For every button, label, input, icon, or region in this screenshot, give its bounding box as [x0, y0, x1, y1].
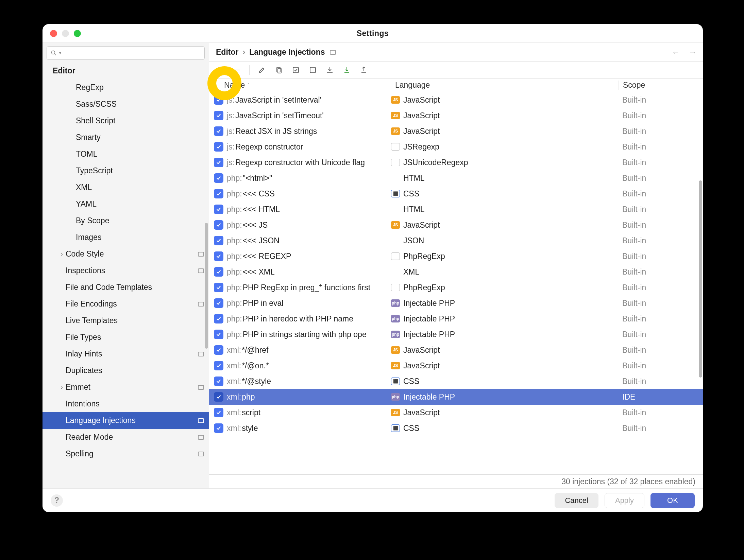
remove-button[interactable] — [232, 65, 242, 75]
column-scope-header[interactable]: Scope — [619, 81, 703, 90]
settings-tree[interactable]: Editor RegExpSass/SCSSShell ScriptSmarty… — [43, 63, 209, 488]
zoom-window-button[interactable] — [74, 30, 81, 37]
tree-item[interactable]: Inspections — [43, 262, 209, 279]
table-scrollbar[interactable] — [699, 180, 702, 378]
row-checkbox[interactable] — [214, 236, 223, 245]
table-row[interactable]: php: <<< XML</>XMLBuilt-in — [209, 264, 703, 280]
table-row[interactable]: php: PHP in heredoc with PHP namephpInje… — [209, 311, 703, 327]
enable-button[interactable] — [290, 65, 301, 75]
tree-item[interactable]: ›Emmet — [43, 379, 209, 396]
breadcrumb-root[interactable]: Editor — [216, 48, 238, 57]
nav-forward-button[interactable]: → — [689, 48, 697, 57]
tree-item[interactable]: Images — [43, 229, 209, 246]
table-row[interactable]: js: Regexp constructor with Unicode flag… — [209, 155, 703, 170]
tree-item[interactable]: Language Injections — [43, 412, 209, 429]
row-checkbox[interactable] — [214, 283, 223, 292]
export-button[interactable] — [358, 65, 369, 75]
table-row[interactable]: xml: */@on.*JSJavaScriptBuilt-in — [209, 358, 703, 373]
ok-button[interactable]: OK — [650, 493, 695, 508]
tree-item[interactable]: Live Templates — [43, 312, 209, 329]
table-row[interactable]: php: PHP RegExp in preg_* functions firs… — [209, 280, 703, 295]
tree-item[interactable]: Spelling — [43, 445, 209, 462]
row-checkbox[interactable] — [214, 173, 223, 183]
row-checkbox[interactable] — [214, 142, 223, 152]
table-row[interactable]: php: "<html>"<>HTMLBuilt-in — [209, 170, 703, 186]
disable-button[interactable] — [307, 65, 318, 75]
tree-section-editor[interactable]: Editor — [43, 63, 209, 79]
tree-item[interactable]: Sass/SCSS — [43, 96, 209, 112]
row-prefix: php: — [227, 189, 242, 198]
add-button[interactable] — [215, 65, 225, 75]
window-title: Settings — [43, 29, 703, 38]
table-row[interactable]: xml: scriptJSJavaScriptBuilt-in — [209, 405, 703, 420]
edit-button[interactable] — [256, 65, 267, 75]
search-input[interactable]: ▾ — [47, 46, 205, 60]
row-checkbox[interactable] — [214, 111, 223, 120]
row-checkbox[interactable] — [214, 330, 223, 339]
row-checkbox[interactable] — [214, 377, 223, 386]
row-checkbox[interactable] — [214, 205, 223, 214]
row-checkbox[interactable] — [214, 298, 223, 308]
move-to-project-button[interactable] — [324, 65, 335, 75]
tree-item[interactable]: TypeScript — [43, 162, 209, 179]
cancel-button[interactable]: Cancel — [555, 493, 598, 508]
injections-table[interactable]: js: JavaScript in 'setInterval'JSJavaScr… — [209, 92, 703, 475]
apply-button[interactable]: Apply — [605, 493, 644, 508]
row-checkbox[interactable] — [214, 95, 223, 105]
tree-item[interactable]: By Scope — [43, 212, 209, 229]
table-row[interactable]: php: <<< CSS⬛CSSBuilt-in — [209, 186, 703, 202]
tree-item[interactable]: Smarty — [43, 129, 209, 146]
sidebar-scrollbar[interactable] — [205, 223, 208, 349]
table-row[interactable]: js: JavaScript in 'setInterval'JSJavaScr… — [209, 92, 703, 108]
table-row[interactable]: php: <<< JSON{}JSONBuilt-in — [209, 233, 703, 248]
tree-item[interactable]: RegExp — [43, 79, 209, 96]
table-row[interactable]: js: JavaScript in 'setTimeout'JSJavaScri… — [209, 108, 703, 123]
row-checkbox[interactable] — [214, 408, 223, 417]
row-checkbox[interactable] — [214, 158, 223, 167]
help-button[interactable]: ? — [51, 494, 63, 507]
table-row[interactable]: js: Regexp constructor.*JSRegexpBuilt-in — [209, 139, 703, 155]
close-window-button[interactable] — [50, 30, 57, 37]
tree-item[interactable]: File Types — [43, 329, 209, 346]
row-scope: Built-in — [622, 299, 646, 308]
breadcrumb-leaf: Language Injections — [249, 48, 325, 57]
tree-item[interactable]: Intentions — [43, 396, 209, 412]
row-checkbox[interactable] — [214, 189, 223, 198]
table-row[interactable]: xml: phpphpInjectable PHPIDE — [209, 389, 703, 405]
row-checkbox[interactable] — [214, 220, 223, 230]
tree-item[interactable]: Reader Mode — [43, 429, 209, 445]
tree-item[interactable]: Inlay Hints — [43, 346, 209, 362]
tree-item[interactable]: XML — [43, 179, 209, 196]
tree-item[interactable]: Duplicates — [43, 362, 209, 379]
table-row[interactable]: js: React JSX in JS stringsJSJavaScriptB… — [209, 123, 703, 139]
import-button[interactable] — [341, 65, 352, 75]
tree-item[interactable]: ›Code Style — [43, 246, 209, 262]
table-row[interactable]: xml: */@style⬛CSSBuilt-in — [209, 373, 703, 389]
table-row[interactable]: php: <<< HTML<>HTMLBuilt-in — [209, 202, 703, 217]
minimize-window-button[interactable] — [62, 30, 69, 37]
column-name-header[interactable]: Name ˄ — [224, 81, 391, 90]
table-row[interactable]: xml: style⬛CSSBuilt-in — [209, 420, 703, 436]
tree-item[interactable]: File and Code Templates — [43, 279, 209, 296]
row-checkbox[interactable] — [214, 314, 223, 323]
table-row[interactable]: php: PHP in evalphpInjectable PHPBuilt-i… — [209, 295, 703, 311]
tree-item[interactable]: Shell Script — [43, 112, 209, 129]
row-checkbox[interactable] — [214, 392, 223, 402]
svg-point-0 — [51, 51, 55, 54]
row-checkbox[interactable] — [214, 423, 223, 433]
row-checkbox[interactable] — [214, 251, 223, 261]
copy-button[interactable] — [273, 65, 284, 75]
row-checkbox[interactable] — [214, 345, 223, 355]
table-row[interactable]: xml: */@hrefJSJavaScriptBuilt-in — [209, 342, 703, 358]
tree-item[interactable]: File Encodings — [43, 296, 209, 312]
tree-item[interactable]: TOML — [43, 146, 209, 162]
row-checkbox[interactable] — [214, 267, 223, 277]
table-row[interactable]: php: <<< JSJSJavaScriptBuilt-in — [209, 217, 703, 233]
nav-back-button[interactable]: ← — [672, 48, 680, 57]
table-row[interactable]: php: PHP in strings starting with php op… — [209, 327, 703, 342]
column-language-header[interactable]: Language — [391, 81, 619, 90]
tree-item[interactable]: YAML — [43, 196, 209, 212]
row-checkbox[interactable] — [214, 361, 223, 370]
row-checkbox[interactable] — [214, 126, 223, 136]
table-row[interactable]: php: <<< REGEXP.*PhpRegExpBuilt-in — [209, 248, 703, 264]
